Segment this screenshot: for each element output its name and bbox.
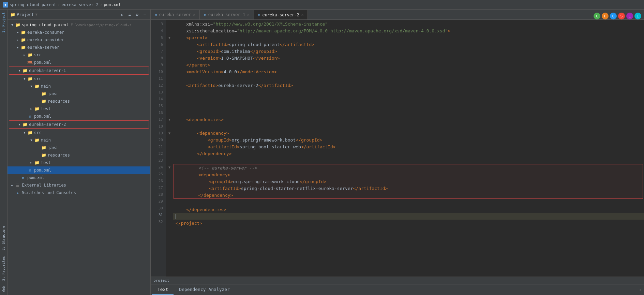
folder-icon: 📁 [22,68,28,73]
fold-marker [166,136,173,143]
file-m-icon: m [27,114,33,119]
code-line: <groupId>com.itheima</groupId> [173,48,644,55]
collapse-button[interactable]: ≡ [126,12,133,18]
resize-handle[interactable]: ⇕ [639,288,643,292]
tree-item-scratches[interactable]: ★ Scratches and Consoles [8,189,150,196]
tree-label: pom.xml [34,60,51,65]
tree-path: E:\workspace\spring-cloud-s [71,23,132,27]
sidebar-item-project[interactable]: 1: Project [2,10,5,35]
breadcrumb-root[interactable]: spring-cloud-parent [10,2,56,7]
list-item[interactable]: ▼ 📁 main [8,136,150,144]
list-item[interactable]: 📁 resources [8,98,150,105]
list-item[interactable]: ► 📁 test [8,105,150,113]
tab-dependency-analyzer[interactable]: Dependency Analyzer [174,285,235,295]
close-panel-button[interactable]: − [141,12,148,18]
fold-marker [166,102,173,109]
line-num: 26 [151,177,166,184]
folder-icon: 📁 [20,45,26,50]
folder-icon: 📁 [41,99,46,104]
list-item[interactable]: XML pom.xml [8,59,150,66]
line-num: 12 [151,82,166,89]
code-line: <dependencies> [173,116,644,123]
code-editor[interactable]: xmlns:xsi="http://www.w3.org/2001/XMLSch… [173,20,644,277]
tree-item-eureka-server-2[interactable]: ▼ 📁 eureka-server-2 [9,121,149,128]
line-num: 16 [151,109,166,116]
line-num: 14 [151,95,166,102]
list-item[interactable]: ► 📁 eureka-provider [8,36,150,44]
tab-close-1[interactable]: ✕ [193,13,196,17]
code-line [173,95,644,102]
list-item[interactable]: ► 📁 eureka-consumer [8,29,150,36]
list-item[interactable]: ▼ 📁 src [8,129,150,136]
code-line: </parent> [173,61,644,68]
list-item[interactable]: 📁 java [8,90,150,98]
line-num: 15 [151,102,166,109]
tree-arrow: ▼ [23,131,27,135]
list-item[interactable]: ▼ 📁 src [8,75,150,83]
tree-arrow: ► [16,38,20,42]
tab-eureka-server[interactable]: m eureka-server ✕ [151,10,200,19]
folder-icon: 📁 [22,122,28,127]
line-num: 6 [151,41,166,48]
tab-close-2[interactable]: ✕ [247,13,250,17]
sidebar-item-web[interactable]: Web [2,283,5,295]
code-line: xmlns:xsi="http://www.w3.org/2001/XMLSch… [173,20,644,27]
fold-marker[interactable]: ▼ [166,130,173,136]
browser-opera-icon[interactable]: O [610,13,617,19]
list-item[interactable]: 📁 java [8,144,150,151]
list-item[interactable]: 📁 resources [8,151,150,159]
list-item[interactable]: ► 📁 test [8,159,150,166]
folder-icon: 📁 [27,52,33,58]
tab-eureka-server-1[interactable]: m eureka-server-1 ✕ [200,10,254,19]
tree-item-root[interactable]: ▼ 📁 spring-cloud-parent E:\workspace\spr… [8,21,150,29]
tree-item-eureka-server-1[interactable]: ▼ 📁 eureka-server-1 [9,67,149,74]
library-icon: ☰ [15,182,20,188]
sidebar-item-favorites[interactable]: 2: Favorites [2,253,5,283]
tree-label: main [41,84,51,89]
editor-tabs: m eureka-server ✕ m eureka-server-1 ✕ m … [151,10,644,20]
tree-item-external-libs[interactable]: ► ☰ External Libraries [8,181,150,189]
line-num: 27 [151,184,166,191]
folder-icon: 📁 [41,152,46,158]
list-item[interactable]: m pom.xml [8,113,150,120]
fold-marker[interactable]: ▼ [166,164,173,171]
tab-eureka-server-2[interactable]: m eureka-server-2 ✕ [254,10,308,19]
code-line: <groupId>org.springframework.boot</group… [173,136,644,143]
tab-close-3[interactable]: ✕ [301,13,304,17]
tree-item-pom-eureka2[interactable]: m pom.xml [8,166,150,174]
line-num: 13 [151,89,166,95]
breadcrumb-module[interactable]: eureka-server-2 [62,2,99,7]
code-line: <artifactId>spring-boot-starter-web</art… [173,143,644,150]
settings-button[interactable]: ⚙ [134,12,140,18]
sync-button[interactable]: ↻ [119,12,125,18]
folder-icon: 📁 [34,106,40,112]
fold-marker[interactable]: ▼ [166,116,173,123]
list-item[interactable]: ▼ 📁 main [8,83,150,90]
list-item[interactable]: ► 📁 src [8,51,150,59]
app-icon: ◆ [3,2,8,8]
bottom-tabs: Text Dependency Analyzer ⇕ [151,284,644,295]
file-icon: XML [27,60,33,65]
tree-label: src [34,130,42,135]
browser-firefox-icon[interactable]: F [602,13,609,19]
browser-edge-icon[interactable]: E [626,13,633,19]
browser-ie-icon[interactable]: I [634,13,641,19]
editor-area: m eureka-server ✕ m eureka-server-1 ✕ m … [151,10,644,295]
tree-arrow: ▼ [23,77,27,81]
fold-marker [166,177,173,184]
line-num: 18 [151,123,166,130]
fold-marker[interactable]: ▼ [166,34,173,41]
tree-label: resources [48,99,70,104]
breadcrumb-file[interactable]: pom.xml [104,2,121,7]
browser-safari-icon[interactable]: S [618,13,625,19]
code-line [173,157,644,164]
sidebar-item-structure[interactable]: 2: Structure [2,223,5,253]
list-item[interactable]: m pom.xml [8,174,150,181]
fold-marker [166,191,173,198]
tree-arrow: ► [10,183,14,187]
browser-chrome-icon[interactable]: C [594,13,600,19]
list-item[interactable]: ▼ 📁 eureka-server [8,44,150,51]
tab-text[interactable]: Text [152,285,174,295]
tree-label: test [41,106,51,111]
fold-marker [166,218,173,225]
